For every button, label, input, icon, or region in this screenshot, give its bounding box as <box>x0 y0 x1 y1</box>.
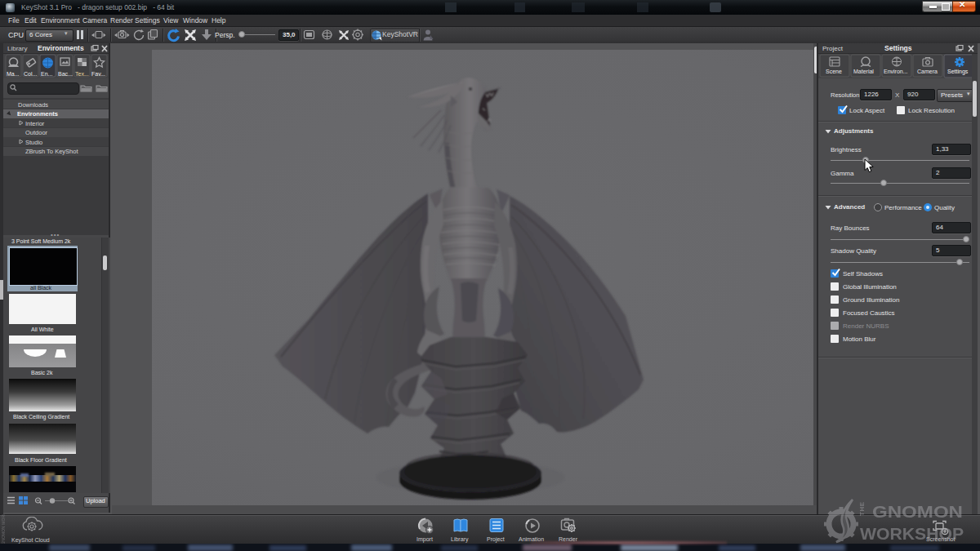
svg-text:GNOMON: GNOMON <box>872 503 963 521</box>
svg-text:THE: THE <box>858 501 866 516</box>
svg-text:WORKSHOP: WORKSHOP <box>860 525 964 543</box>
